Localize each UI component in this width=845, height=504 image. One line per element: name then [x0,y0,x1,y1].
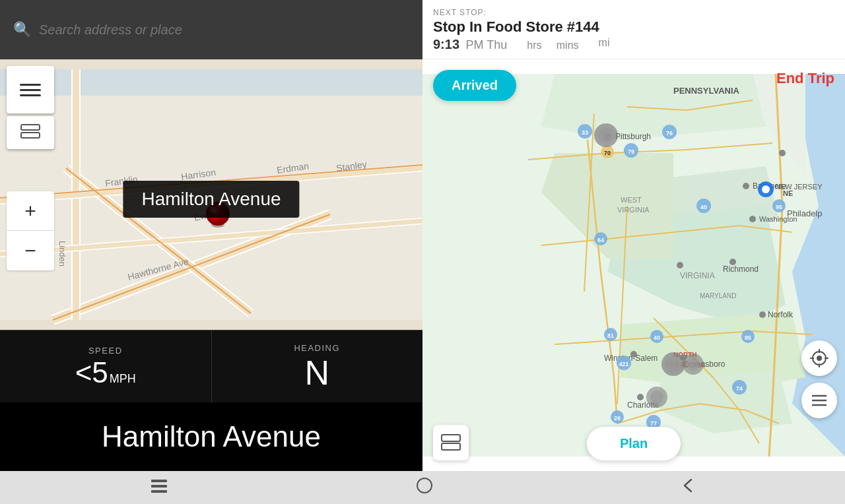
stop-name: Stop In Food Store #144 [433,18,834,36]
left-map-area: Franklin Harrison Erdman Stanley Linden … [0,59,422,330]
svg-rect-1 [0,69,422,96]
svg-text:40: 40 [654,334,660,341]
next-stop-label: NEXT STOP: [433,8,834,17]
menu-line-2 [20,89,41,91]
svg-text:70: 70 [604,150,611,156]
zoom-controls: + − [7,191,54,270]
svg-point-73 [687,358,700,371]
svg-text:74: 74 [736,385,743,392]
layers-icon [20,123,41,142]
search-input[interactable] [39,22,409,38]
zoom-out-button[interactable]: − [7,231,54,270]
svg-rect-105 [151,480,167,482]
svg-rect-106 [151,485,167,488]
bottom-street-name: Hamilton Avenue [0,402,422,471]
svg-text:WEST: WEST [621,196,642,204]
location-target-button[interactable] [801,340,837,376]
right-map-area: 70 95 64 81 40 85 26 PENNSYLVANIA WEST V… [422,59,845,471]
svg-text:77: 77 [650,420,657,427]
svg-text:Linden: Linden [57,241,67,267]
svg-text:Richmond: Richmond [723,265,759,274]
speed-value: <5MPH [75,358,136,387]
heading-value: N [304,356,329,390]
svg-point-69 [598,127,614,143]
svg-text:PENNSYLVANIA: PENNSYLVANIA [673,86,740,96]
svg-text:26: 26 [614,415,621,422]
left-panel: 🔍 [0,0,422,471]
zoom-in-button[interactable]: + [7,191,54,231]
home-nav-icon[interactable] [416,477,433,498]
svg-point-60 [759,311,766,318]
svg-text:85: 85 [745,334,751,341]
distance-value: mi [599,37,610,52]
svg-point-75 [650,391,663,404]
map-street-label: Hamilton Avenue [123,181,299,218]
trip-header: NEXT STOP: Stop In Food Store #144 9:13 … [422,0,845,59]
speed-section: SPEED <5MPH [0,331,212,402]
svg-text:76: 76 [666,130,673,137]
svg-point-66 [637,394,644,400]
svg-point-77 [762,185,770,193]
end-trip-button[interactable]: End Trip [776,70,834,87]
svg-text:MARYLAND: MARYLAND [700,292,736,299]
svg-text:81: 81 [607,332,614,339]
svg-point-95 [817,356,822,361]
svg-text:33: 33 [582,129,588,136]
speed-heading-bar: SPEED <5MPH HEADING N [0,330,422,402]
map-layer-button[interactable] [7,116,54,149]
list-icon [811,393,828,408]
navigation-bar [0,471,845,504]
back-nav-icon[interactable] [681,477,695,498]
search-icon: 🔍 [13,21,31,38]
svg-point-58 [677,262,683,268]
svg-text:Pittsburgh: Pittsburgh [615,132,651,141]
plan-button[interactable]: Plan [587,427,681,460]
svg-rect-107 [151,490,167,493]
right-map-svg: 70 95 64 81 40 85 26 PENNSYLVANIA WEST V… [422,59,845,471]
speed-label: SPEED [88,346,123,356]
menu-line-1 [20,84,41,86]
svg-point-56 [779,150,786,156]
map-layers-button-right[interactable] [433,425,469,460]
svg-text:NEW JERSEY: NEW JERSEY [775,183,823,191]
menu-line-3 [20,94,41,96]
svg-rect-104 [442,443,460,450]
svg-point-71 [665,356,681,372]
recents-nav-icon[interactable] [150,478,168,497]
svg-text:40: 40 [700,204,707,210]
right-panel: NEXT STOP: Stop In Food Store #144 9:13 … [422,0,845,471]
svg-text:VIRGINIA: VIRGINIA [617,206,650,214]
svg-point-51 [743,183,749,189]
svg-text:Philadelp: Philadelp [787,208,823,218]
menu-button[interactable] [7,66,54,113]
svg-rect-26 [21,133,40,138]
layers-icon-right [441,434,461,451]
map-controls-left [7,66,54,149]
svg-text:64: 64 [597,237,604,243]
list-view-button[interactable] [801,383,837,418]
svg-point-108 [417,478,432,493]
duration-values: hrs mins [527,37,578,52]
heading-label: HEADING [294,343,340,353]
svg-rect-103 [442,435,460,441]
svg-text:Norfolk: Norfolk [768,310,794,319]
right-map-controls [801,340,837,418]
svg-text:VIRGINIA: VIRGINIA [680,271,715,280]
heading-section: HEADING N [212,331,423,402]
arrived-button[interactable]: Arrived [433,70,516,101]
svg-point-53 [749,216,756,222]
svg-rect-25 [21,125,40,130]
svg-text:421: 421 [619,361,628,367]
trip-time: 9:13 PM Thu hrs mins mi [433,37,834,52]
svg-text:95: 95 [776,204,782,210]
search-bar: 🔍 [0,0,422,59]
time-value: 9:13 PM Thu [433,37,507,52]
svg-text:79: 79 [628,148,634,155]
target-icon [810,349,828,367]
